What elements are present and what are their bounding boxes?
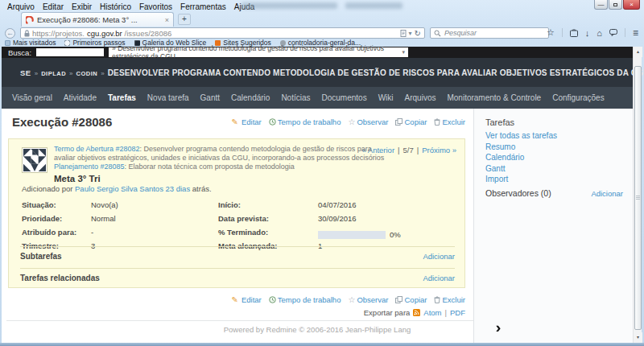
menu-exibir[interactable]: Exibir — [68, 2, 96, 11]
new-tab-button[interactable]: + — [178, 14, 191, 25]
sidebar-link-resumo[interactable]: Resumo — [485, 142, 557, 153]
issue-subject: Meta 3° Tri — [54, 175, 386, 183]
export-pdf-link[interactable]: PDF — [450, 308, 465, 317]
tab-noticias[interactable]: Notícias — [281, 93, 310, 102]
tab-visao-geral[interactable]: Visão geral — [12, 93, 52, 102]
menu-editar[interactable]: Editar — [39, 2, 68, 11]
delete-link[interactable]: Excluir — [442, 295, 465, 304]
browser-menu-bar: Arquivo Editar Exibir Histórico Favorito… — [3, 1, 258, 12]
back-button[interactable]: ← — [5, 28, 15, 39]
issue-details-box: « Anterior | 5/7 | Próximo » Termo de Ab… — [8, 138, 465, 288]
log-time-link[interactable]: Tempo de trabalho — [278, 117, 341, 126]
footer-divider — [6, 320, 473, 321]
reader-mode-icon[interactable] — [400, 30, 407, 37]
copy-icon — [395, 296, 402, 303]
maximize-button[interactable] — [609, 0, 622, 10]
tab-wiki[interactable]: Wiki — [378, 93, 394, 102]
watch-link[interactable]: Observar — [357, 117, 388, 126]
home-icon[interactable]: ⌂ — [597, 28, 602, 38]
address-bar[interactable]: https://projetos.cgu.gov.br/issues/28086… — [20, 27, 425, 39]
chat-icon[interactable] — [609, 29, 617, 36]
bookmark-mais-visitados[interactable]: Mais visitados — [5, 39, 56, 47]
tab-monitoramento[interactable]: Monitoramento & Controle — [447, 93, 541, 102]
copy-icon — [395, 118, 402, 126]
busca-input[interactable] — [36, 48, 104, 56]
tab-gantt[interactable]: Gantt — [200, 93, 220, 102]
breadcrumb-diplad[interactable]: DIPLAD — [41, 70, 66, 77]
menu-historico[interactable]: Histórico — [96, 2, 135, 11]
menu-favoritos[interactable]: Favoritos — [135, 2, 176, 11]
sidebar-link-import[interactable]: Import — [485, 174, 557, 185]
related-add-link[interactable]: Adicionar — [423, 274, 455, 282]
author-link[interactable]: Paulo Sergio Silva Santos — [75, 184, 163, 193]
hamburger-menu-icon[interactable]: ≡ — [633, 27, 638, 39]
search-icon — [434, 30, 441, 37]
maximize-icon — [613, 3, 617, 6]
bookmarks-panel-icon[interactable] — [570, 29, 578, 37]
attr-label-data-prevista: Data prevista: — [218, 214, 318, 228]
edit-icon: ✎ — [232, 117, 238, 126]
sidebar-link-calendario[interactable]: Calendário — [485, 152, 557, 163]
watchers-section: Observadores (0) Adicionar — [485, 188, 623, 198]
reload-icon[interactable]: ↻ — [415, 29, 421, 38]
progress-bar — [318, 231, 386, 239]
search-box[interactable]: Pesquisar — [430, 27, 549, 39]
browser-tab[interactable]: Execução #28086: Meta 3° ... × — [21, 12, 174, 27]
sidebar-link-ver-todas[interactable]: Ver todas as tarefas — [485, 130, 557, 142]
downloads-icon[interactable]: ↓ — [585, 28, 590, 38]
watchers-title: Observadores (0) — [485, 188, 551, 198]
urlbar-dropdown-icon[interactable]: ▾ — [409, 30, 412, 37]
copy-link[interactable]: Copiar — [404, 117, 427, 126]
breadcrumb-se[interactable]: SE — [20, 68, 31, 77]
tab-configuracoes[interactable]: Configurações — [552, 93, 604, 102]
sidebar-collapse-icon[interactable]: › — [496, 319, 502, 336]
delete-link[interactable]: Excluir — [442, 117, 465, 126]
close-button[interactable]: × — [623, 0, 640, 10]
atom-feed-icon — [413, 309, 420, 316]
related-issues-section: Tarefas relacionadas Adicionar — [20, 268, 455, 282]
minimize-button[interactable]: — — [594, 0, 608, 10]
scroll-down-arrow[interactable]: ▾ — [634, 332, 642, 343]
attr-label-situacao: Situação: — [22, 200, 91, 214]
menu-arquivo[interactable]: Arquivo — [3, 2, 39, 11]
sidebar-link-gantt[interactable]: Gantt — [485, 163, 557, 175]
scroll-up-arrow[interactable]: ▴ — [634, 47, 642, 57]
sidebar-links: Ver todas as tarefas Resumo Calendário G… — [485, 130, 557, 185]
tab-arquivos[interactable]: Arquivos — [405, 93, 436, 102]
edit-link[interactable]: Editar — [242, 117, 262, 126]
next-issue-link[interactable]: Próximo » — [422, 146, 456, 154]
vertical-scrollbar[interactable]: ▴ ▾ — [633, 47, 642, 343]
tab-tarefas[interactable]: Tarefas — [108, 93, 136, 102]
age-link[interactable]: 23 dias — [166, 184, 191, 193]
log-time-link[interactable]: Tempo de trabalho — [278, 295, 341, 304]
breadcrumb-codin[interactable]: CODIN — [76, 70, 98, 77]
tab-close-icon[interactable]: × — [165, 16, 169, 24]
edit-link[interactable]: Editar — [242, 295, 262, 304]
bookmark-label: Mais visitados — [13, 39, 56, 47]
export-atom-link[interactable]: Atom — [423, 308, 441, 317]
copy-link[interactable]: Copiar — [404, 295, 427, 304]
attr-label-inicio: Início: — [218, 200, 318, 214]
scrollbar-thumb[interactable] — [634, 66, 642, 330]
subtasks-add-link[interactable]: Adicionar — [423, 252, 455, 261]
project-jump-select[interactable]: » Desenvolver programa contendo metodolo… — [109, 47, 408, 57]
tab-atividade[interactable]: Atividade — [64, 93, 97, 102]
bookmark-star-icon[interactable]: ☆ — [547, 27, 555, 38]
subtasks-section: Subtarefas Adicionar — [20, 246, 455, 261]
pager-separator: | — [398, 146, 399, 154]
breadcrumb-separator: » — [101, 70, 104, 77]
trash-icon — [434, 118, 440, 126]
watch-link[interactable]: Observar — [357, 295, 388, 304]
tab-calendario[interactable]: Calendário — [231, 93, 270, 102]
parent-issue-link[interactable]: Planejamento #28085 — [54, 163, 125, 171]
tab-documentos[interactable]: Documentos — [322, 93, 367, 102]
parent-issue-link[interactable]: Termo de Abertura #28082 — [54, 145, 140, 153]
sidebar-tarefas-title: Tarefas — [485, 117, 514, 127]
breadcrumb-separator: » — [35, 70, 38, 77]
progress-percent: 0% — [390, 230, 401, 239]
issue-subject-block: Termo de Abertura #28082: Desenvolver pr… — [54, 145, 386, 183]
watchers-add-link[interactable]: Adicionar — [591, 189, 623, 198]
menu-ferramentas[interactable]: Ferramentas — [176, 2, 230, 11]
tab-nova-tarefa[interactable]: Nova tarefa — [147, 93, 189, 102]
issue-author-line: Adicionado por Paulo Sergio Silva Santos… — [22, 184, 212, 193]
